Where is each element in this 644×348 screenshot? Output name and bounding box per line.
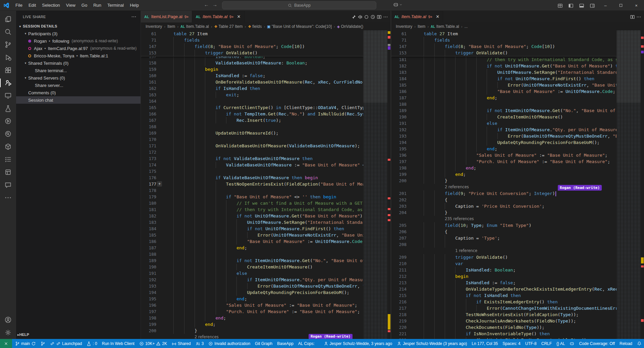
breadcrumb-item[interactable]: ▣ "Base Unit of Measure": Code[10] bbox=[267, 24, 332, 29]
menu-file[interactable]: File bbox=[13, 2, 25, 9]
maximize-button[interactable] bbox=[613, 0, 629, 11]
more-action[interactable] bbox=[383, 14, 388, 20]
sidebar-more-actions-icon[interactable] bbox=[131, 14, 137, 19]
breadcrumb-item[interactable]: Item bbox=[167, 24, 175, 29]
status-live-share-participants[interactable]: 3 bbox=[193, 339, 206, 348]
pin-action[interactable] bbox=[351, 14, 356, 20]
status-git-graph[interactable]: Git Graph bbox=[253, 339, 275, 348]
section-help[interactable]: ▸ HELP bbox=[16, 331, 141, 338]
tree-action[interactable]: Share server... bbox=[16, 82, 141, 89]
code-editor[interactable]: 61 table 27 Item71 fields147 field(8; "B… bbox=[141, 31, 363, 339]
status-git-branch[interactable]: main bbox=[13, 339, 38, 348]
close-tab-icon[interactable]: ✕ bbox=[436, 14, 439, 19]
breadcrumb-item[interactable]: Inventory bbox=[146, 24, 162, 29]
customize-layout-icon[interactable] bbox=[555, 2, 566, 8]
timeline-clock-action[interactable] bbox=[370, 14, 375, 20]
close-tab-icon[interactable]: ✕ bbox=[237, 14, 241, 19]
participant-bricco-meske[interactable]: Bricco-Meske, Tonya•Item.Table.al:1 bbox=[16, 52, 141, 59]
menu-selection[interactable]: Selection bbox=[39, 2, 62, 9]
tree-item[interactable]: ▾Shared Terminals (0) bbox=[16, 59, 141, 67]
activity-account[interactable] bbox=[0, 313, 16, 326]
section-session-details[interactable]: ▾ SESSION DETAILS bbox=[16, 22, 141, 30]
breadcrumb-item[interactable]: ... bbox=[464, 24, 468, 29]
status-invalid-authorization[interactable]: Invalid authorization bbox=[206, 339, 253, 348]
speaker-action[interactable] bbox=[358, 14, 363, 20]
activity-extensions[interactable] bbox=[0, 64, 16, 77]
tree-item[interactable]: ▾Participants (3) bbox=[16, 30, 141, 37]
copilot-menu[interactable] bbox=[393, 2, 402, 7]
breadcrumb-item[interactable]: AL Item.Table.al bbox=[431, 24, 459, 29]
command-center-search[interactable]: BaseApp bbox=[222, 1, 376, 9]
activity-comments[interactable] bbox=[0, 179, 16, 191]
menu-view[interactable]: View bbox=[63, 2, 78, 9]
minimap[interactable] bbox=[363, 31, 387, 339]
status-run-in-web-client[interactable]: Run In Web Client bbox=[100, 339, 137, 348]
status-problems[interactable]: 10K+2K bbox=[137, 339, 169, 348]
status-notifications[interactable] bbox=[635, 339, 644, 348]
breadcrumb-item[interactable]: ◈ OnValidate() bbox=[337, 24, 363, 29]
status-encoding[interactable]: UTF-8 bbox=[523, 339, 539, 348]
add-comment-icon[interactable]: + bbox=[157, 181, 162, 187]
codelens[interactable]: 235 references bbox=[391, 216, 616, 222]
activity-zoom-circle[interactable] bbox=[0, 128, 16, 140]
status-launchpad[interactable]: Launchpad bbox=[48, 339, 84, 348]
menu-terminal[interactable]: Terminal bbox=[105, 2, 126, 9]
status-al-cops[interactable]: AL Cops: bbox=[296, 339, 317, 348]
activity-source-control[interactable] bbox=[0, 38, 16, 51]
status-indentation[interactable]: Spaces: 4 bbox=[500, 339, 523, 348]
activity-checklist[interactable] bbox=[0, 153, 16, 166]
status-code-coverage[interactable]: Code Coverage: Off bbox=[577, 339, 617, 348]
breadcrumb-item[interactable]: ❖ Table 27 Item bbox=[214, 24, 243, 29]
tree-item[interactable]: Comments (0) bbox=[16, 89, 141, 96]
activity-more[interactable] bbox=[0, 191, 16, 204]
participant-ajax[interactable]: Ajax•ItemCard.Page.al:97(anonymous & rea… bbox=[16, 45, 141, 52]
tree-action[interactable]: Share terminal... bbox=[16, 67, 141, 74]
status-remote-indicator[interactable] bbox=[0, 339, 12, 348]
nav-back-icon[interactable]: ← bbox=[204, 2, 209, 7]
menu-run[interactable]: Run bbox=[91, 2, 104, 9]
menu-go[interactable]: Go bbox=[79, 2, 90, 9]
split-editor-action[interactable] bbox=[630, 14, 635, 20]
overview-ruler[interactable] bbox=[387, 31, 391, 339]
toggle-secondary-sidebar-icon[interactable] bbox=[587, 2, 598, 8]
breadcrumb-item[interactable]: Item bbox=[418, 24, 425, 29]
participant-rogan[interactable]: Rogan•following(anonymous & read-write) bbox=[16, 37, 141, 45]
code-editor[interactable]: 61 table 27 Item71 fields147 field(8; "B… bbox=[391, 31, 616, 339]
tree-item[interactable]: Session chat bbox=[16, 96, 141, 104]
activity-run-and-debug[interactable] bbox=[0, 51, 16, 64]
activity-test-beaker[interactable] bbox=[0, 102, 16, 115]
activity-search[interactable] bbox=[0, 26, 16, 38]
tab-itemlist.page.al[interactable]: ALItemList.Page.al9+ bbox=[141, 11, 192, 22]
overview-ruler[interactable] bbox=[641, 31, 644, 339]
activity-remote-explorer[interactable] bbox=[0, 89, 16, 102]
more-action[interactable] bbox=[636, 14, 641, 20]
activity-package[interactable] bbox=[0, 140, 16, 153]
menu-edit[interactable]: Edit bbox=[26, 2, 39, 9]
breadcrumb-item[interactable]: Inventory bbox=[396, 24, 412, 29]
toggle-sidebar-icon[interactable] bbox=[566, 2, 576, 8]
close-button[interactable]: × bbox=[629, 0, 644, 11]
activity-files[interactable] bbox=[0, 13, 16, 26]
status-language-mode[interactable]: {} AL bbox=[554, 339, 567, 348]
status-cursor-position[interactable]: Ln 177, Col 35 bbox=[469, 339, 500, 348]
minimap[interactable] bbox=[616, 31, 641, 339]
status-blame-2[interactable]: Jesper Schulz-Wedde (3 years ago) bbox=[394, 339, 469, 348]
tab-item.table.al[interactable]: ALItem.Table.al9+✕ bbox=[391, 11, 443, 22]
status-beaker-count[interactable]: : 0 bbox=[84, 339, 99, 348]
status-baseapp[interactable]: BaseApp bbox=[275, 339, 296, 348]
follow-circle-action[interactable] bbox=[364, 14, 369, 20]
tab-item.table.al[interactable]: ALItem.Table.al9+✕ bbox=[192, 11, 244, 22]
status-reload[interactable]: Reload bbox=[617, 339, 635, 348]
activity-container[interactable] bbox=[0, 166, 16, 179]
split-editor-action[interactable] bbox=[377, 14, 382, 20]
menu-help[interactable]: Help bbox=[127, 2, 142, 9]
status-scm-graph[interactable] bbox=[38, 339, 48, 348]
breadcrumb-item[interactable]: ❖ fields bbox=[248, 24, 262, 29]
activity-settings-gear[interactable] bbox=[0, 326, 16, 339]
status-blame-1[interactable]: Jesper Schulz-Wedde, 3 years ago bbox=[321, 339, 395, 348]
status-copilot-status[interactable] bbox=[567, 339, 577, 348]
status-shared[interactable]: Shared bbox=[169, 339, 193, 348]
nav-forward-icon[interactable]: → bbox=[212, 2, 217, 7]
tree-item[interactable]: ▾Shared Servers (0) bbox=[16, 74, 141, 82]
breadcrumb-item[interactable]: AL Item.Table.al bbox=[180, 24, 209, 29]
